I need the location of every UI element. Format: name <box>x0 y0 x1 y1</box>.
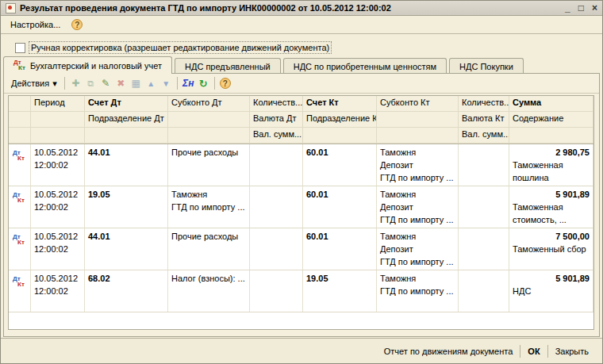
tab-content-panel: Действия▾ ✚ ⧉ ✎ ✖ ▦ ▲ ▼ Σн ↻ ? Период Сч… <box>3 73 600 337</box>
cell-account-kt: 60.01 <box>303 144 377 186</box>
cell-subconto-dt: Прочие расходы <box>168 228 250 270</box>
tab-bar: ДтКт Бухгалтерский и налоговый учет НДС … <box>3 56 600 74</box>
close-button[interactable]: × <box>592 3 597 13</box>
tab-accounting[interactable]: ДтКт Бухгалтерский и налоговый учет <box>3 56 172 74</box>
dt-kt-icon: ДтКт <box>13 59 26 71</box>
settings-button[interactable]: Настройка... <box>7 18 63 31</box>
tab-vat-purchases[interactable]: НДС Покупки <box>449 58 524 74</box>
cell-period: 10.05.201212:00:02 <box>31 186 85 228</box>
document-postings-window: Результат проведения документа ГТД по им… <box>0 0 603 364</box>
manual-adjustment-checkbox[interactable] <box>15 43 25 53</box>
cell-account-dt: 44.01 <box>85 144 168 186</box>
table-row[interactable]: ДтКт 10.05.201212:00:02 68.02 Налог (взн… <box>9 270 593 312</box>
cell-quantity-dt <box>250 186 303 228</box>
table-header: Период Счет Дт Субконто Дт Количеств... … <box>9 96 593 144</box>
col-quantity-kt[interactable]: Количеств... <box>459 96 509 112</box>
col-subdivision-kt[interactable]: Подразделение Кт <box>303 112 377 128</box>
dt-kt-icon: ДтКт <box>9 228 31 270</box>
tab-label: НДС по приобретенным ценностям <box>294 62 436 71</box>
cell-account-dt: 19.05 <box>85 186 168 228</box>
copy-icon[interactable]: ⧉ <box>83 76 98 90</box>
cell-quantity-dt <box>250 228 303 270</box>
col-currency-dt[interactable]: Валюта Дт <box>250 112 303 128</box>
cell-account-kt: 60.01 <box>303 228 377 270</box>
col-subdivision-dt[interactable]: Подразделение Дт <box>85 112 168 128</box>
col-subconto-kt[interactable]: Субконто Кт <box>377 96 459 112</box>
cell-subconto-kt: ТаможняДепозитГТД по импорту ... <box>377 186 459 228</box>
cell-quantity-dt <box>250 270 303 312</box>
ok-button[interactable]: ОК <box>520 344 547 358</box>
cell-period: 10.05.201212:00:02 <box>31 228 85 270</box>
content-value: НДС <box>513 285 590 297</box>
cell-sum: 5 901,89 НДС <box>509 270 593 312</box>
col-currency-amount-kt[interactable]: Вал. сумм... <box>459 128 509 144</box>
cell-account-dt: 44.01 <box>85 228 168 270</box>
cell-quantity-kt <box>459 144 509 186</box>
col-account-kt[interactable]: Счет Кт <box>303 96 377 112</box>
help-icon[interactable]: ? <box>71 19 83 30</box>
cell-quantity-kt <box>459 270 509 312</box>
delete-icon[interactable]: ✖ <box>113 76 129 90</box>
cell-subconto-kt: ТаможняДепозитГТД по импорту ... <box>377 144 459 186</box>
cell-sum: 7 500,00 Таможенный сбор <box>509 228 593 270</box>
table-row[interactable]: ДтКт 10.05.201212:00:02 44.01 Прочие рас… <box>9 228 593 270</box>
cell-subconto-kt: ТаможняДепозитГТД по импорту ... <box>377 228 459 270</box>
add-icon[interactable]: ✚ <box>68 76 83 90</box>
tab-vat-acquired[interactable]: НДС по приобретенным ценностям <box>283 58 447 74</box>
content-value: Таможенный сбор <box>513 243 590 255</box>
content-value: Таможенная пошлина <box>513 159 590 184</box>
cell-sum: 5 901,89 Таможенная стоимость, ... <box>509 186 593 228</box>
table-row[interactable]: ДтКт 10.05.201212:00:02 44.01 Прочие рас… <box>9 144 593 186</box>
col-sum[interactable]: Сумма <box>509 96 593 112</box>
table-row[interactable]: ДтКт 10.05.201212:00:02 19.05 ТаможняГТД… <box>9 186 593 228</box>
report-movements-button[interactable]: Отчет по движениям документа <box>377 344 520 358</box>
edit-icon[interactable]: ✎ <box>98 76 113 90</box>
col-quantity-dt[interactable]: Количеств... <box>250 96 303 112</box>
finish-editing-icon[interactable]: ▦ <box>129 76 144 90</box>
cell-subconto-kt: ТаможняГТД по импорту ... <box>377 270 459 312</box>
manual-adjustment-label[interactable]: Ручная корректировка (разрешает редактир… <box>29 42 331 53</box>
move-up-icon[interactable]: ▲ <box>144 76 159 90</box>
cell-sum: 2 980,75 Таможенная пошлина <box>509 144 593 186</box>
tab-label: НДС Покупки <box>459 62 513 71</box>
cell-quantity-kt <box>459 186 509 228</box>
maximize-button[interactable]: □ <box>578 3 584 13</box>
footer-bar: Отчет по движениям документа ОК Закрыть <box>1 338 602 363</box>
cell-subconto-dt: Прочие расходы <box>168 144 250 186</box>
content-value: Таможенная стоимость, ... <box>513 201 590 226</box>
dt-kt-icon: ДтКт <box>9 270 31 312</box>
sum-value: 2 980,75 <box>513 146 590 159</box>
menubar: Настройка... ? <box>1 16 602 34</box>
cell-quantity-dt <box>250 144 303 186</box>
sum-value: 5 901,89 <box>513 272 590 285</box>
col-content[interactable]: Содержание <box>509 112 593 128</box>
col-subconto-dt[interactable]: Субконто Дт <box>168 96 250 112</box>
sum-value: 7 500,00 <box>513 230 590 243</box>
dt-kt-icon: ДтКт <box>9 186 31 228</box>
manual-adjustment-row: Ручная корректировка (разрешает редактир… <box>15 42 331 53</box>
close-window-button[interactable]: Закрыть <box>548 344 596 358</box>
cell-account-kt: 60.01 <box>303 186 377 228</box>
minimize-button[interactable]: _ <box>565 3 570 13</box>
toolbar-help-icon[interactable]: ? <box>220 78 231 89</box>
cell-subconto-dt: ТаможняГТД по импорту ... <box>168 186 250 228</box>
window-title: Результат проведения документа ГТД по им… <box>20 3 565 13</box>
sum-value: 5 901,89 <box>513 188 590 201</box>
cell-period: 10.05.201212:00:02 <box>31 144 85 186</box>
dt-kt-icon: ДтКт <box>9 144 31 186</box>
tab-label: Бухгалтерский и налоговый учет <box>30 61 162 71</box>
cell-account-dt: 68.02 <box>85 270 168 312</box>
totals-icon[interactable]: Σн <box>181 76 196 90</box>
col-currency-amount-dt[interactable]: Вал. сумм... <box>250 128 303 144</box>
cell-subconto-dt: Налог (взносы): ... <box>168 270 250 312</box>
actions-menu-button[interactable]: Действия▾ <box>7 77 61 90</box>
move-down-icon[interactable]: ▼ <box>159 76 174 90</box>
cell-account-kt: 19.05 <box>303 270 377 312</box>
tab-vat-presented[interactable]: НДС предъявленный <box>175 58 281 74</box>
refresh-icon[interactable]: ↻ <box>196 76 211 90</box>
col-currency-kt[interactable]: Валюта Кт <box>459 112 509 128</box>
cell-period: 10.05.201212:00:02 <box>31 270 85 312</box>
col-period[interactable]: Период <box>31 96 85 112</box>
table-toolbar: Действия▾ ✚ ⧉ ✎ ✖ ▦ ▲ ▼ Σн ↻ ? <box>4 74 599 94</box>
col-account-dt[interactable]: Счет Дт <box>85 96 168 112</box>
